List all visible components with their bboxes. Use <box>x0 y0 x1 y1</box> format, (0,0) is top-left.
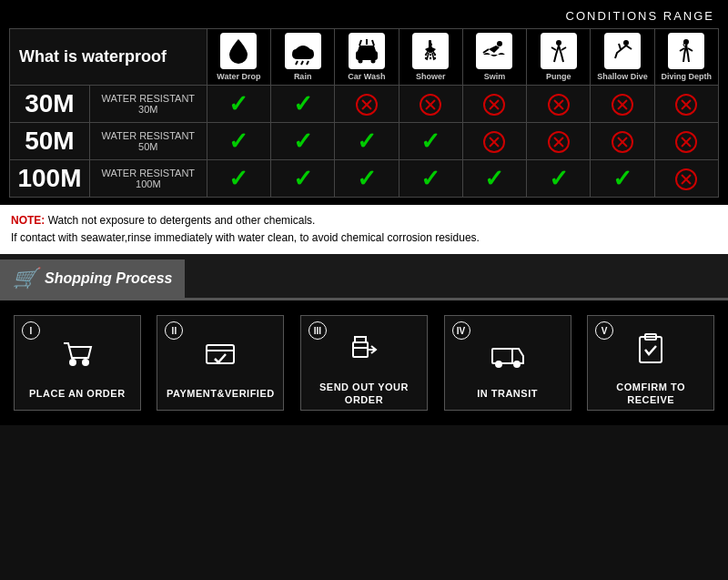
table-row: 30MWATER RESISTANT 30M✓✓ <box>10 86 719 123</box>
condition-cell: ✓ <box>271 160 335 198</box>
col-swim: Swim <box>462 29 526 86</box>
svg-rect-39 <box>353 342 368 357</box>
step-number: III <box>308 321 327 340</box>
shallow-dive-icon <box>604 33 641 69</box>
svg-line-32 <box>680 48 684 51</box>
svg-line-29 <box>626 46 632 49</box>
step-icon <box>632 330 669 373</box>
col-water-drop: Water Drop <box>207 29 270 86</box>
note-section: NOTE: Watch not exposure to detergents a… <box>0 205 728 254</box>
step-number: I <box>22 321 40 340</box>
col-car-wash: Car Wash <box>335 29 399 86</box>
svg-point-4 <box>358 59 362 64</box>
svg-line-30 <box>619 44 621 49</box>
conditions-title: CONDITIONS RANGE <box>9 9 719 23</box>
step-box: III SEND OUT YOUR ORDER <box>300 315 428 411</box>
what-is-waterproof-header: What is waterproof <box>10 29 207 86</box>
step-label: PLACE AN ORDER <box>29 387 126 400</box>
step-icon <box>202 336 238 380</box>
waterproof-section: CONDITIONS RANGE What is waterproof Wate… <box>0 0 728 205</box>
svg-point-44 <box>514 361 520 367</box>
punge-icon <box>541 33 577 69</box>
step-box: IV IN TRANSIT <box>444 315 571 411</box>
condition-cell: ✓ <box>591 160 654 198</box>
svg-point-35 <box>70 360 76 365</box>
condition-cell: ✓ <box>527 160 591 198</box>
shower-icon <box>412 33 449 69</box>
waterproof-table: What is waterproof Water Drop <box>9 28 719 198</box>
row-level: 30M <box>10 86 90 123</box>
step-number: IV <box>452 321 470 340</box>
condition-cell: ✓ <box>335 123 399 160</box>
row-level: 100M <box>10 160 90 198</box>
condition-cell <box>527 86 591 123</box>
col-shallow-dive: Shallow Dive <box>591 29 654 86</box>
svg-point-23 <box>497 41 502 46</box>
svg-line-26 <box>551 47 556 50</box>
note-line1: Watch not exposure to detergents and oth… <box>45 214 315 227</box>
step-number: II <box>165 321 183 340</box>
condition-cell: ✓ <box>335 160 399 198</box>
svg-point-36 <box>83 360 88 365</box>
svg-marker-6 <box>358 46 376 51</box>
svg-line-7 <box>359 40 361 46</box>
condition-cell: ✓ <box>207 123 270 160</box>
step-box: V COMFIRM TO RECEIVE <box>587 315 714 411</box>
svg-point-15 <box>430 57 431 59</box>
svg-point-43 <box>496 361 501 367</box>
table-row: 100MWATER RESISTANT 100M✓✓✓✓✓✓✓ <box>10 160 719 198</box>
note-line2: If contact with seawater,rinse immediate… <box>11 231 480 244</box>
step-label: IN TRANSIT <box>477 387 538 400</box>
step-box: I PLACE AN ORDER <box>14 315 141 411</box>
condition-cell <box>591 123 654 160</box>
process-steps: I PLACE AN ORDERII PAYMENT&VERIFIEDIII S… <box>0 300 728 425</box>
col-shower: Shower <box>399 29 462 86</box>
condition-cell <box>654 123 718 160</box>
condition-cell <box>654 160 718 198</box>
col-rain: Rain <box>271 29 335 86</box>
swim-icon <box>476 33 512 69</box>
step-label: PAYMENT&VERIFIED <box>167 387 275 400</box>
row-desc: WATER RESISTANT 100M <box>89 160 207 198</box>
svg-point-28 <box>623 40 629 46</box>
shopping-title-box: 🛒 Shopping Process <box>0 259 185 298</box>
condition-cell <box>462 123 526 160</box>
svg-point-12 <box>430 54 431 56</box>
car-wash-icon <box>349 33 385 69</box>
condition-cell: ✓ <box>207 160 270 198</box>
step-box: II PAYMENT&VERIFIED <box>157 315 284 411</box>
water-drop-icon <box>220 33 257 69</box>
diving-depth-icon <box>668 33 704 69</box>
condition-cell: ✓ <box>462 160 526 198</box>
svg-point-5 <box>370 59 375 64</box>
svg-line-24 <box>483 49 489 53</box>
svg-rect-18 <box>429 46 432 53</box>
table-row: 50MWATER RESISTANT 50M✓✓✓✓ <box>10 123 719 160</box>
step-number: V <box>595 321 613 340</box>
row-desc: WATER RESISTANT 50M <box>89 123 207 160</box>
svg-rect-3 <box>356 51 378 60</box>
svg-line-27 <box>561 47 566 50</box>
step-icon <box>346 330 382 373</box>
svg-line-9 <box>372 40 374 46</box>
condition-cell <box>462 86 526 123</box>
svg-point-17 <box>429 43 432 46</box>
svg-line-0 <box>296 61 298 65</box>
condition-cell: ✓ <box>399 160 462 198</box>
step-label: SEND OUT YOUR ORDER <box>307 381 421 407</box>
svg-point-31 <box>683 39 689 45</box>
svg-line-1 <box>301 61 303 65</box>
condition-cell: ✓ <box>271 123 335 160</box>
condition-cell <box>527 123 591 160</box>
row-desc: WATER RESISTANT 30M <box>89 86 207 123</box>
col-diving-depth: Diving Depth <box>654 29 718 86</box>
shopping-banner: 🛒 Shopping Process <box>0 254 728 300</box>
svg-rect-42 <box>492 349 512 363</box>
condition-cell: ✓ <box>271 86 335 123</box>
condition-cell: ✓ <box>399 123 462 160</box>
svg-line-33 <box>688 48 693 51</box>
condition-cell <box>591 86 654 123</box>
svg-rect-41 <box>355 337 366 342</box>
condition-cell <box>335 86 399 123</box>
svg-line-2 <box>307 61 308 65</box>
